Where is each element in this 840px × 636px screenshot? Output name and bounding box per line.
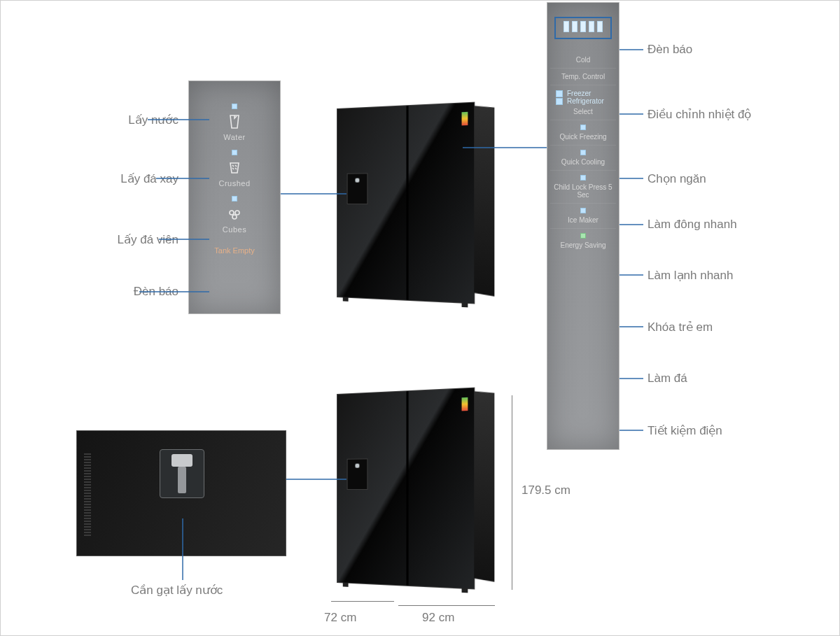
- quick-freeze-button[interactable]: Quick Freezing: [550, 120, 616, 145]
- callout-select: Chọn ngăn: [648, 171, 706, 186]
- callout-tank-empty: Đèn báo: [89, 285, 178, 299]
- cubes-button[interactable]: Cubes: [196, 196, 273, 234]
- cubes-label: Cubes: [196, 225, 273, 234]
- dispenser-slot: [160, 449, 204, 498]
- dim-height-line: [512, 395, 512, 590]
- compartment-select-button[interactable]: Freezer Refrigerator Select: [550, 85, 616, 120]
- energy-saving-button[interactable]: Energy Saving: [550, 228, 616, 253]
- water-button[interactable]: Water: [196, 104, 273, 141]
- temp-control-label: Temp. Control: [550, 73, 616, 80]
- callout-energysav: Tiết kiệm điện: [648, 423, 722, 438]
- dim-depth: 72 cm: [324, 611, 356, 625]
- temp-control-button[interactable]: Temp. Control: [550, 68, 616, 85]
- callout-childlock: Khóa trẻ em: [648, 320, 713, 334]
- ice-maker-button[interactable]: Ice Maker: [550, 203, 616, 228]
- opt-freezer: Freezer: [550, 90, 616, 97]
- door-dispenser-icon: [347, 173, 368, 204]
- dispenser-control-panel: Water Crushed Cubes Tank Empty: [188, 80, 281, 314]
- ice-maker-label: Ice Maker: [550, 216, 616, 224]
- energy-label-icon: [462, 112, 468, 126]
- dim-height: 179.5 cm: [522, 483, 570, 497]
- quick-cool-label: Quick Cooling: [550, 158, 616, 166]
- select-label: Select: [550, 108, 616, 115]
- dim-width: 92 cm: [422, 611, 454, 625]
- svg-point-1: [235, 211, 239, 215]
- callout-qcool: Làm lạnh nhanh: [648, 268, 733, 283]
- callout-icemaker: Làm đá: [648, 372, 687, 386]
- lever-icon[interactable]: [178, 467, 186, 493]
- spout-icon: [172, 454, 192, 467]
- water-lever-closeup: [76, 430, 286, 556]
- opt-refrigerator: Refrigerator: [550, 97, 616, 105]
- child-lock-button[interactable]: Child Lock Press 5 Sec: [550, 170, 616, 203]
- callout-temp: Điều chỉnh nhiệt độ: [648, 107, 751, 122]
- tank-empty-indicator: Tank Empty: [196, 246, 273, 255]
- callout-indicator: Đèn báo: [648, 43, 692, 57]
- energy-saving-label: Energy Saving: [550, 241, 616, 249]
- dim-depth-line: [331, 601, 394, 602]
- callout-water: Lấy nước: [89, 113, 178, 127]
- quick-cool-button[interactable]: Quick Cooling: [550, 145, 616, 170]
- fridge-bottom: [337, 394, 470, 583]
- crushed-button[interactable]: Crushed: [196, 150, 273, 188]
- callout-crushed: Lấy đá xay: [89, 171, 178, 186]
- tank-empty-label: Tank Empty: [196, 246, 273, 255]
- function-control-panel: Cold Temp. Control Freezer Refrigerator …: [547, 2, 620, 450]
- svg-point-2: [232, 215, 237, 219]
- callout-qfreeze: Làm đông nhanh: [648, 218, 737, 232]
- diagram-stage: Water Crushed Cubes Tank Empty Lấy nước …: [0, 0, 840, 636]
- svg-point-0: [230, 211, 234, 215]
- callout-lever: Cần gạt lấy nước: [131, 583, 223, 598]
- quick-freeze-label: Quick Freezing: [550, 133, 616, 141]
- callout-cubes: Lấy đá viên: [89, 232, 178, 247]
- child-lock-label: Child Lock Press 5 Sec: [550, 183, 616, 199]
- crushed-label: Crushed: [196, 179, 273, 188]
- dim-width-line: [398, 605, 495, 606]
- fridge-top: [337, 108, 470, 297]
- indicator-light: Cold: [550, 13, 616, 68]
- cold-label: Cold: [550, 56, 616, 64]
- water-label: Water: [196, 133, 273, 141]
